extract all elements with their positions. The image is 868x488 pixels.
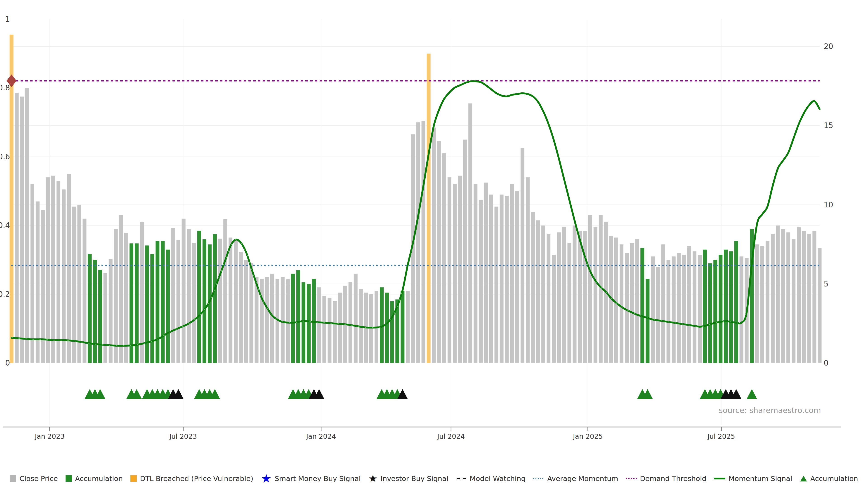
blue-star-icon: ★ <box>261 474 272 483</box>
close-price-bar <box>51 176 55 363</box>
legend: Close Price Accumulation DTL Breached (P… <box>0 474 868 483</box>
close-price-swatch-icon <box>10 475 16 482</box>
close-price-bar <box>594 227 597 363</box>
close-price-bar <box>614 237 618 363</box>
close-price-bar <box>239 252 243 363</box>
source-credit: source: sharemaestro.com <box>719 406 821 415</box>
close-price-bar <box>348 282 352 363</box>
legend-label: Momentum Signal <box>728 475 792 483</box>
accumulation-bar <box>302 282 305 363</box>
left-axis-label: 0 <box>5 359 10 367</box>
close-price-bar <box>286 279 290 363</box>
close-price-bar <box>755 245 759 363</box>
dtl-breached-swatch-icon <box>130 475 137 482</box>
accumulation-bar <box>150 254 154 363</box>
accumulation-bar <box>713 260 717 363</box>
close-price-bar <box>484 183 488 363</box>
close-price-bar <box>406 291 410 363</box>
close-price-bar <box>317 287 321 363</box>
close-price-bar <box>140 222 144 363</box>
legend-item-investor-buy: ★ Investor Buy Signal <box>368 474 448 483</box>
accumulation-bar <box>296 270 300 363</box>
close-price-bar <box>103 273 107 363</box>
x-axis-label: Jul 2023 <box>169 432 197 440</box>
close-price-bar <box>437 141 441 363</box>
close-price-bar <box>447 177 452 363</box>
close-price-bar <box>698 255 702 363</box>
close-price-bar <box>547 234 550 363</box>
close-price-bar <box>505 196 509 363</box>
legend-item-momentum-signal: Momentum Signal <box>714 475 792 483</box>
close-price-bar <box>494 206 498 363</box>
accumulation-bar <box>213 234 217 363</box>
close-price-bar <box>479 200 483 363</box>
close-price-bar <box>672 256 676 363</box>
legend-item-average-momentum: Average Momentum <box>533 475 618 483</box>
close-price-bar <box>635 239 639 363</box>
close-price-bar <box>812 231 816 363</box>
accumulation-bar <box>291 273 295 363</box>
accumulation-bar <box>156 241 159 363</box>
legend-item-model-watching: Model Watching <box>456 475 526 483</box>
page: Jan 2023Jul 2023Jan 2024Jul 2024Jan 2025… <box>0 0 868 488</box>
close-price-bar <box>588 215 592 363</box>
close-price-bar <box>177 240 180 363</box>
accumulation-bar <box>145 246 149 363</box>
legend-label: DTL Breached (Price Vulnerable) <box>140 475 253 483</box>
close-price-bar <box>218 238 222 363</box>
close-price-bar <box>515 191 519 363</box>
close-price-bar <box>20 96 24 363</box>
legend-label: Close Price <box>20 475 58 483</box>
close-price-bar <box>182 219 186 363</box>
close-price-bar <box>786 232 790 363</box>
close-price-bar <box>562 227 566 363</box>
close-price-bar <box>531 212 535 363</box>
close-price-bar <box>521 148 524 363</box>
right-axis-label: 20 <box>824 42 833 51</box>
legend-label: Smart Money Buy Signal <box>275 475 361 483</box>
close-price-bar <box>114 229 118 363</box>
close-price-bar <box>119 215 123 363</box>
accumulation-bar <box>166 250 170 363</box>
close-price-bar <box>416 123 420 363</box>
close-price-bar <box>687 246 691 363</box>
accumulation-bar <box>401 291 404 363</box>
legend-label: Accumulation <box>75 475 123 483</box>
close-price-bar <box>776 225 780 363</box>
close-price-bar <box>265 277 269 363</box>
average-momentum-dotted-icon <box>533 478 544 480</box>
close-price-bar <box>500 195 504 363</box>
close-price-bar <box>572 225 577 363</box>
close-price-bar <box>666 260 671 363</box>
close-price-bar <box>625 253 629 363</box>
accumulation-bar <box>197 231 201 363</box>
close-price-bar <box>31 184 34 363</box>
accumulation-bar <box>719 255 722 363</box>
close-price-bar <box>630 242 634 363</box>
legend-item-dtl-breached: DTL Breached (Price Vulnerable) <box>130 475 253 483</box>
close-price-bar <box>661 245 665 363</box>
close-price-bar <box>526 177 530 363</box>
accumulation-bar <box>98 270 102 363</box>
price-momentum-chart: Jan 2023Jul 2023Jan 2024Jul 2024Jan 2025… <box>0 0 868 488</box>
accumulation-swatch-icon <box>66 475 72 482</box>
legend-item-smart-money: ★ Smart Money Buy Signal <box>261 474 361 483</box>
right-axis-label: 5 <box>824 280 829 288</box>
accumulation-bar <box>88 254 92 363</box>
close-price-bar <box>171 228 175 363</box>
close-price-bar <box>807 234 811 363</box>
close-price-bar <box>328 298 331 363</box>
close-price-bar <box>567 242 571 363</box>
close-price-bar <box>234 239 238 363</box>
close-price-bar <box>771 234 775 363</box>
close-price-bar <box>25 88 29 363</box>
x-axis-label: Jul 2024 <box>437 432 465 440</box>
close-price-bar <box>270 273 274 363</box>
accumulation-bar <box>385 293 389 363</box>
close-price-bar <box>692 251 696 363</box>
accumulation-bar <box>307 284 311 363</box>
close-price-bar <box>468 103 472 363</box>
close-price-bar <box>432 127 436 363</box>
close-price-bar <box>244 260 248 363</box>
left-axis-label: 0.8 <box>0 84 10 92</box>
